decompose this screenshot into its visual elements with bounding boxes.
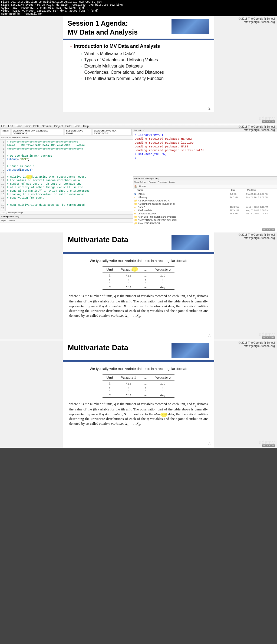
bullet-sub: Example Multivariate Datasets bbox=[81, 64, 207, 69]
data-matrix-table: Unit Variable 1 … Variable q 1x₁₁…x₁q ⋮⋮… bbox=[103, 267, 174, 290]
frame-timestamp: 00:09:21 bbox=[262, 444, 275, 447]
data-matrix-table: UnitVariable 1…Variable q 1x₁₁…x₁q ⋮⋮⋮⋮ … bbox=[103, 375, 174, 398]
file-row[interactable]: 📁A Beginner's Guide to R Zuur et al bbox=[134, 202, 276, 205]
cursor-highlight bbox=[26, 175, 32, 179]
slide-paragraph: where n is the number of units, q is the… bbox=[69, 294, 208, 319]
frame-timestamp: 00:07:01 bbox=[262, 336, 275, 339]
slide-title: Multivariate Data bbox=[68, 235, 169, 250]
copyright-url: http://georgia-r-school.org bbox=[239, 21, 275, 24]
code-content[interactable]: # ######################################… bbox=[6, 140, 133, 211]
file-list[interactable]: ▣.RData3.3 KBFeb 22, 2013, 6:56 PM▭.Rhis… bbox=[133, 192, 277, 225]
copyright: © 2013 The Georgia R School http://georg… bbox=[239, 125, 275, 132]
file-row[interactable]: 📁Allen Lee Publications and Projects bbox=[134, 215, 276, 218]
thumbnail-frame-4: © 2013 The Georgia R School http://georg… bbox=[0, 340, 277, 448]
slide-header: Multivariate Data bbox=[63, 232, 214, 254]
frame-timestamp: 00:04:41 bbox=[262, 228, 275, 231]
file-row[interactable]: 📁A BEGINNER'S GUIDE TO R bbox=[134, 199, 276, 202]
cursor-highlight bbox=[160, 413, 167, 417]
copyright: © 2013 The Georgia R School http://georg… bbox=[239, 233, 275, 240]
menu-project[interactable]: Project bbox=[54, 125, 63, 128]
file-row[interactable]: 📁ANALYSIS FACTOR bbox=[134, 222, 276, 225]
col-modified[interactable]: Modified bbox=[247, 189, 277, 191]
bullet-sub: Covariances, Correlations, and Distances bbox=[81, 70, 207, 75]
code-editor[interactable]: 1234567891011121314151617181920 # ######… bbox=[0, 140, 133, 211]
menu-build[interactable]: Build bbox=[65, 125, 71, 128]
editor-toolbar[interactable]: Source on Save Run Source bbox=[0, 136, 133, 140]
slide-number: 3 bbox=[208, 442, 210, 446]
thumbnail-frame-3: © 2013 The Georgia R School http://georg… bbox=[0, 232, 277, 340]
new-folder-button[interactable]: New Folder bbox=[134, 181, 147, 184]
file-row[interactable]: ▣.RData3.3 KBFeb 22, 2013, 6:56 PM bbox=[134, 193, 276, 196]
copyright-line1: © 2013 The Georgia R School bbox=[239, 17, 275, 21]
menu-session[interactable]: Session bbox=[42, 125, 52, 128]
file-row[interactable]: ▭AandB182 bytesJun 24, 2012, 6:38 AM bbox=[134, 205, 276, 209]
editor-tab[interactable]: SESSION-1-MVD-MVA.R bbox=[65, 129, 91, 135]
editor-status-bar: 13:1 (Untitled) R Script bbox=[0, 211, 133, 215]
slide-number: 3 bbox=[208, 334, 210, 338]
workspace-pane: Workspace History Import Dataset bbox=[0, 215, 133, 234]
editor-tab[interactable]: cuts.R bbox=[1, 129, 10, 135]
files-toolbar[interactable]: New Folder Delete Rename More bbox=[133, 180, 277, 184]
menu-tools[interactable]: Tools bbox=[74, 125, 80, 128]
files-breadcrumb[interactable]: 🏠 Home bbox=[133, 184, 277, 188]
frame-timestamp: 00:02:20 bbox=[262, 120, 275, 123]
slide-title: Session 1 Agenda: MV Data and Analysis bbox=[68, 19, 169, 36]
slide-paragraph: where n is the number of units, q is the… bbox=[69, 402, 208, 427]
slide-header: Multivariate Data bbox=[63, 340, 214, 362]
menu-view[interactable]: View bbox=[25, 125, 31, 128]
col-name[interactable]: Name bbox=[137, 189, 231, 191]
col-size[interactable]: Size bbox=[231, 189, 247, 191]
thumbnail-frame-1: © 2013 The Georgia R School http://georg… bbox=[0, 16, 277, 124]
line-gutter: 1234567891011121314151617181920 bbox=[0, 140, 6, 211]
file-row[interactable]: ▭advert-8-23.docx14.3 KBSep 25, 2012, 1:… bbox=[134, 212, 276, 215]
menu-plots[interactable]: Plots bbox=[33, 125, 39, 128]
delete-button[interactable]: Delete bbox=[149, 181, 156, 184]
bullet-sub: The Multivariate Normal Density Function bbox=[81, 76, 207, 81]
copyright: © 2013 The Georgia R School http://georg… bbox=[239, 341, 275, 348]
rename-button[interactable]: Rename bbox=[158, 181, 167, 184]
slide-intro: We typically write multivariate datasets… bbox=[69, 367, 208, 371]
meta-audio: Audio: aac, 44100 Hz, 2 channels, s16, 6… bbox=[1, 6, 276, 9]
r-console[interactable]: > library("MVA")Loading required package… bbox=[133, 132, 277, 176]
slide-intro: We typically write multivariate datasets… bbox=[69, 259, 208, 263]
cursor-highlight bbox=[131, 267, 138, 272]
meta-gen: Generated by Thumbnail me bbox=[1, 12, 276, 15]
editor-tab[interactable]: SESSION-1-MVD-MVA-EXERCISES-SOLUTIONS.R bbox=[12, 129, 63, 135]
video-metadata: File: 001 Introduction to Multivariate A… bbox=[0, 0, 277, 16]
slide-body: Introduction to MV Data and Analysis Wha… bbox=[63, 40, 214, 88]
bullet-sub: What is Multivariate Data? bbox=[81, 51, 207, 56]
file-row[interactable]: ▭.Rhistory14.3 KBFeb 21, 2013, 6:57 PM bbox=[134, 196, 276, 199]
file-row[interactable]: 📁AMSTERDAM BUSINESS SCHOOL bbox=[134, 218, 276, 222]
meta-video: Video: h264, yuv420p, 1280x720, 537 kb/s… bbox=[1, 9, 276, 12]
menu-code[interactable]: Code bbox=[15, 125, 22, 128]
bullet-main: Introduction to MV Data and Analysis bbox=[70, 43, 207, 49]
more-button[interactable]: More bbox=[169, 181, 175, 184]
slide-header-image bbox=[172, 235, 209, 250]
meta-size: Size: 52693174 bytes (50.25 MiB), durati… bbox=[1, 4, 276, 6]
files-tabs[interactable]: Files Plots Packages Help bbox=[133, 177, 277, 180]
editor-tab[interactable]: SESSION-1-MVD-MVA-EXERCISES.R bbox=[93, 129, 132, 135]
workspace-tabs[interactable]: Workspace History bbox=[0, 215, 133, 219]
slide-header-image bbox=[172, 19, 209, 34]
menu-file[interactable]: File bbox=[1, 125, 5, 128]
files-pane: Files Plots Packages Help New Folder Del… bbox=[133, 176, 277, 234]
slide-title: Multivariate Data bbox=[68, 343, 169, 358]
file-row[interactable]: ▭Abalone.data187.4 KBAug 25, 2012, 9:06 … bbox=[134, 209, 276, 212]
rstudio-menubar[interactable]: File Edit Code View Plots Session Projec… bbox=[0, 124, 277, 129]
workspace-toolbar[interactable]: Import Dataset bbox=[0, 219, 133, 222]
menu-edit[interactable]: Edit bbox=[8, 125, 13, 128]
bullet-sub: Types of Variables and Missing Values bbox=[81, 58, 207, 62]
slide-body: We typically write multivariate datasets… bbox=[63, 362, 214, 431]
slide-header-image bbox=[172, 343, 209, 358]
meta-file: File: 001 Introduction to Multivariate A… bbox=[1, 1, 276, 4]
menu-help[interactable]: Help bbox=[83, 125, 89, 128]
slide-number: 2 bbox=[208, 106, 210, 110]
editor-tabs[interactable]: cuts.R SESSION-1-MVD-MVA-EXERCISES-SOLUT… bbox=[0, 129, 133, 136]
slide-body: We typically write multivariate datasets… bbox=[63, 254, 214, 323]
copyright: © 2013 The Georgia R School http://georg… bbox=[239, 17, 275, 24]
slide-header: Session 1 Agenda: MV Data and Analysis bbox=[63, 16, 214, 40]
thumbnail-frame-2: © 2013 The Georgia R School http://georg… bbox=[0, 124, 277, 232]
